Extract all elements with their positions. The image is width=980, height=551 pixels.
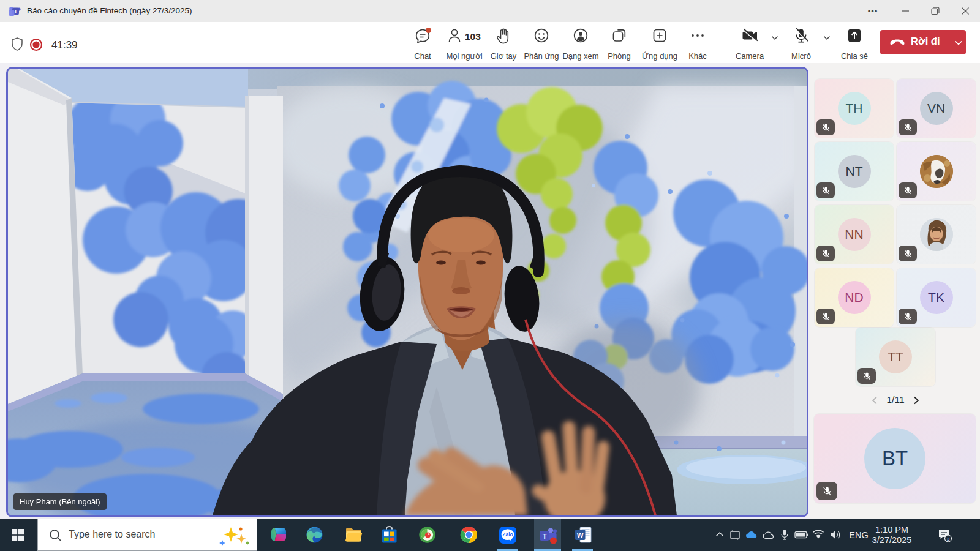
svg-text:Zalo: Zalo: [502, 531, 513, 538]
svg-text:T: T: [14, 9, 18, 15]
svg-text:T: T: [543, 533, 547, 540]
svg-text:3: 3: [947, 536, 949, 542]
svg-text:W: W: [577, 531, 584, 539]
